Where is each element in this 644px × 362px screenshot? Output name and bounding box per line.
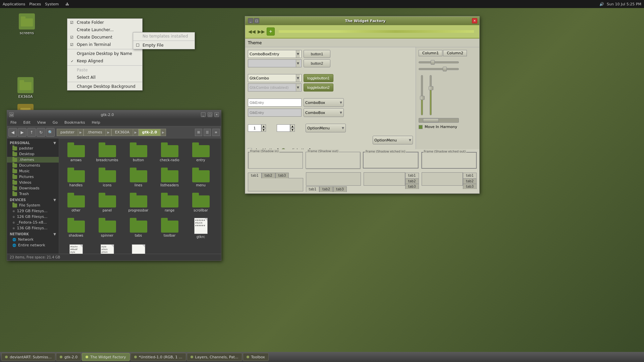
fm-menu-go[interactable]: Go: [51, 120, 60, 125]
desktop-icon-screens[interactable]: screens: [13, 13, 40, 35]
spinner-2-input[interactable]: [277, 124, 290, 132]
sidebar-item-videos[interactable]: Videos: [7, 180, 59, 185]
combo-box-entry[interactable]: ComboBoxEntry ▼: [248, 50, 302, 58]
fm-reload-btn[interactable]: ↻: [37, 128, 45, 137]
fm-up-btn[interactable]: ↑: [27, 128, 36, 137]
file-item-panel[interactable]: panel: [93, 191, 121, 214]
fm-search-btn[interactable]: 🔍: [46, 128, 55, 137]
ctx-organize[interactable]: Organize Desktop by Name: [67, 50, 142, 57]
option-menu-2[interactable]: OptionMenu ▼: [373, 136, 413, 144]
gtk-combo[interactable]: GtkCombo ▼: [248, 74, 302, 82]
file-item-check-radio[interactable]: check-radio: [155, 141, 184, 164]
file-item-listheaders[interactable]: listheaders: [155, 166, 184, 189]
spinner-1-down[interactable]: ▼: [261, 128, 266, 132]
file-item-other[interactable]: other: [62, 191, 90, 214]
toggle-button-2[interactable]: togglebutton2: [304, 83, 333, 92]
vslider-thumb-2[interactable]: [429, 86, 433, 90]
file-item-toolbar[interactable]: toolbar: [155, 217, 184, 240]
taskbar-item-untitled[interactable]: *Untitled-1.0 (RGB, 1 ...: [130, 353, 186, 361]
sidebar-item-pictures[interactable]: Pictures: [7, 174, 59, 180]
sidebar-item-dev136[interactable]: ⊕ 136 GB Filesys...: [7, 225, 59, 231]
view-compact-btn[interactable]: ≡: [212, 129, 220, 136]
view-list-btn[interactable]: ☰: [204, 129, 211, 136]
bc-gtk20[interactable]: gtk-2.0: [139, 129, 161, 136]
tab-bottom-1[interactable]: tab1: [306, 186, 320, 192]
tab-right2-2[interactable]: tab2: [463, 178, 477, 184]
volume-icon[interactable]: 🔊: [599, 2, 604, 6]
fm-menu-view[interactable]: View: [35, 120, 48, 125]
ctx-create-folder[interactable]: Create Folder: [67, 19, 142, 26]
wf-minimize-btn[interactable]: _: [248, 18, 253, 23]
button1[interactable]: button1: [304, 50, 330, 58]
hslider-thumb-1[interactable]: [431, 60, 435, 65]
system-menu[interactable]: System: [45, 2, 59, 6]
hslider-thumb-2[interactable]: [443, 67, 447, 71]
ctx-select-all[interactable]: Select All: [67, 74, 142, 81]
ctx-keep-aligned[interactable]: Keep Aligned: [67, 57, 142, 65]
file-item-lines[interactable]: lines: [124, 166, 153, 189]
fm-close-btn[interactable]: ✕: [214, 112, 219, 117]
sidebar-item-filesystem[interactable]: File System: [7, 202, 59, 208]
file-item-gtkrc[interactable]: #######SLICK###### gtkrc: [186, 217, 215, 240]
sub-empty-file[interactable]: Empty File: [133, 42, 195, 49]
wf-maximize-btn[interactable]: □: [254, 18, 259, 23]
fm-back-btn[interactable]: ◀: [8, 128, 17, 137]
sidebar-item-dev126[interactable]: ⊕ 126 GB Filesys...: [7, 214, 59, 220]
fm-maximize-btn[interactable]: □: [208, 112, 212, 117]
file-item-nautilus[interactable]: stylexthickythick nautilus-elementary: [93, 243, 121, 254]
combo-box2-1[interactable]: ComboBox ▼: [304, 98, 344, 107]
move-harmony-checkbox[interactable]: [419, 125, 423, 129]
sidebar-item-desktop[interactable]: Desktop: [7, 151, 59, 157]
sidebar-devices-header[interactable]: Devices ▼: [7, 197, 59, 202]
places-menu[interactable]: Places: [29, 2, 41, 6]
combo-box2-2[interactable]: ComboBox ▼: [304, 108, 344, 117]
desktop-icon-ex360a-1[interactable]: EX360A: [12, 77, 39, 99]
col-header-2[interactable]: Column2: [443, 50, 467, 56]
applications-menu[interactable]: Applications: [3, 2, 25, 6]
ctx-create-document[interactable]: Create Document: [67, 34, 142, 41]
col-header-1[interactable]: Column1: [419, 50, 442, 56]
tab-right-2[interactable]: tab2: [405, 178, 419, 184]
file-item-shadows[interactable]: shadows: [62, 217, 90, 240]
spinner-2-down[interactable]: ▼: [290, 128, 295, 132]
scrollbar-h[interactable]: [419, 118, 459, 123]
tab-top-3[interactable]: tab3: [275, 173, 289, 178]
file-item-scrollbar[interactable]: scrollbar: [186, 191, 215, 214]
sidebar-network-header[interactable]: Network ▼: [7, 231, 59, 237]
toggle-button-1[interactable]: togglebutton1: [304, 74, 333, 82]
taskbar-item-layers[interactable]: Layers, Channels, Pat...: [187, 353, 242, 361]
sidebar-item-themes[interactable]: .themes: [7, 157, 59, 163]
sidebar-item-devfedora[interactable]: ⊕ _Fedora-15-x8...: [7, 220, 59, 225]
file-item-panel-rc[interactable]: panel.rc: [124, 243, 153, 254]
sidebar-item-dev129[interactable]: ⊕ 129 GB Filesys...: [7, 208, 59, 214]
file-item-progressbar[interactable]: progressbar: [124, 191, 153, 214]
file-item-tabs[interactable]: tabs: [124, 217, 153, 240]
spinner-1-up[interactable]: ▲: [261, 124, 266, 128]
sidebar-item-music[interactable]: Music: [7, 168, 59, 174]
bc-ex360a[interactable]: EX360A: [111, 129, 133, 136]
ctx-change-bg[interactable]: Change Desktop Background: [67, 83, 142, 90]
wf-next-btn[interactable]: ▶▶: [257, 27, 265, 36]
file-item-breadcrumbs[interactable]: breadcrumbs: [93, 141, 121, 164]
option-menu-1[interactable]: OptionMenu ▼: [306, 124, 346, 132]
sidebar-personal-header[interactable]: Personal ▼: [7, 140, 59, 145]
vslider-thumb-1[interactable]: [420, 96, 425, 100]
taskbar-item-deviantart[interactable]: deviantART: Submiss...: [1, 353, 55, 361]
fm-menu-bookmarks[interactable]: Bookmarks: [62, 120, 87, 125]
fm-menu-edit[interactable]: Edit: [21, 120, 32, 125]
fm-forward-btn[interactable]: ▶: [18, 128, 26, 137]
sidebar-item-downloads[interactable]: Downloads: [7, 185, 59, 191]
ctx-create-launcher[interactable]: Create Launcher...: [67, 26, 142, 34]
file-item-menu[interactable]: menu: [186, 166, 215, 189]
tab-bottom-3[interactable]: tab3: [333, 186, 347, 192]
tab-top-1[interactable]: tab1: [248, 173, 262, 178]
sidebar-item-entire-network[interactable]: 🌐 Entire network: [7, 242, 59, 248]
ctx-open-terminal[interactable]: Open in Terminal: [67, 41, 142, 48]
file-item-arrows[interactable]: arrows: [62, 141, 90, 164]
tab-right2-1[interactable]: tab1: [463, 173, 477, 178]
wf-add-btn[interactable]: +: [267, 27, 275, 36]
file-item-handles[interactable]: handles: [62, 166, 90, 189]
tab-bottom-2[interactable]: tab2: [319, 186, 333, 192]
tab-right2-3[interactable]: tab3: [463, 184, 477, 189]
sidebar-item-trash[interactable]: Trash: [7, 191, 59, 197]
